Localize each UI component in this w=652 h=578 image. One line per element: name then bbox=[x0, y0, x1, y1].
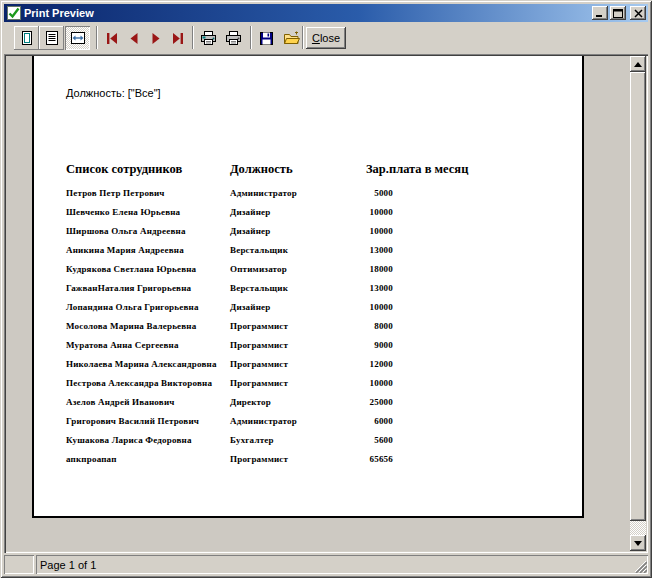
cell-employee-name: Лопандина Ольга Григорьевна bbox=[66, 302, 199, 312]
cell-position: Администратор bbox=[230, 416, 297, 426]
cell-employee-name: Пестрова Александра Викторовна bbox=[66, 378, 212, 388]
cell-position: Директор bbox=[230, 397, 271, 407]
cell-salary: 13000 bbox=[323, 245, 393, 255]
close-preview-label: Close bbox=[312, 32, 340, 44]
cell-salary: 13000 bbox=[323, 283, 393, 293]
status-bar: Page 1 of 1 bbox=[4, 555, 648, 574]
page-info-text: Page 1 of 1 bbox=[40, 559, 96, 571]
report-row: Мосолова Марина Валерьевна Программист 8… bbox=[34, 318, 582, 337]
cell-salary: 5000 bbox=[323, 188, 393, 198]
cell-position: Бухгалтер bbox=[230, 435, 274, 445]
cell-employee-name: Шевченко Елена Юрьевна bbox=[66, 207, 180, 217]
cell-position: Дизайнер bbox=[230, 226, 270, 236]
report-row: Пестрова Александра Викторовна Программи… bbox=[34, 375, 582, 394]
first-page-icon bbox=[105, 32, 119, 45]
cell-employee-name: Кудрякова Светлана Юрьевна bbox=[66, 264, 196, 274]
report-row: Азелов Андрей Иванович Директор 25000 bbox=[34, 394, 582, 413]
prior-page-button[interactable] bbox=[123, 26, 145, 50]
minimize-icon bbox=[595, 9, 605, 18]
toolbar-separator bbox=[192, 26, 194, 49]
toolbar-separator bbox=[250, 26, 252, 49]
report-row: апкпроапап Программист 65656 bbox=[34, 451, 582, 470]
cell-position: Верстальщик bbox=[230, 245, 288, 255]
print-preview-window: Print Preview bbox=[0, 0, 652, 578]
print-button[interactable] bbox=[221, 26, 246, 50]
last-page-icon bbox=[171, 32, 185, 45]
cell-employee-name: Азелов Андрей Иванович bbox=[66, 397, 175, 407]
report-row: Кудрякова Светлана Юрьевна Оптимизатор 1… bbox=[34, 261, 582, 280]
report-row: Кушакова Лариса Федоровна Бухгалтер 5600 bbox=[34, 432, 582, 451]
close-preview-button[interactable]: Close bbox=[306, 27, 346, 49]
report-row: Лопандина Ольга Григорьевна Дизайнер 100… bbox=[34, 299, 582, 318]
report-header-row: Список сотрудников Должность Зар.плата в… bbox=[34, 162, 582, 178]
print-icon bbox=[225, 30, 242, 46]
cell-salary: 12000 bbox=[323, 359, 393, 369]
cell-position: Программист bbox=[230, 359, 288, 369]
cell-salary: 9000 bbox=[323, 340, 393, 350]
report-row: Григорович Василий Петрович Администрато… bbox=[34, 413, 582, 432]
cell-position: Программист bbox=[230, 378, 288, 388]
next-page-icon bbox=[149, 32, 163, 45]
cell-position: Программист bbox=[230, 454, 288, 464]
scroll-up-icon bbox=[634, 62, 642, 67]
cell-position: Оптимизатор bbox=[230, 264, 287, 274]
cell-employee-name: Аникина Мария Андреевна bbox=[66, 245, 184, 255]
cell-employee-name: Кушакова Лариса Федоровна bbox=[66, 435, 192, 445]
scroll-up-button[interactable] bbox=[630, 56, 646, 72]
minimize-button[interactable] bbox=[592, 6, 608, 20]
scrollbar-thumb[interactable] bbox=[630, 72, 646, 521]
title-bar[interactable]: Print Preview bbox=[4, 4, 648, 22]
status-panel-empty bbox=[4, 555, 34, 574]
resize-grip[interactable] bbox=[634, 560, 647, 573]
cell-position: Администратор bbox=[230, 188, 297, 198]
maximize-button[interactable] bbox=[610, 6, 626, 20]
cell-salary: 25000 bbox=[323, 397, 393, 407]
save-report-icon bbox=[259, 31, 274, 46]
next-page-button[interactable] bbox=[145, 26, 167, 50]
cell-salary: 65656 bbox=[323, 454, 393, 464]
prior-page-icon bbox=[127, 32, 141, 45]
cell-salary: 10000 bbox=[323, 378, 393, 388]
cell-salary: 5600 bbox=[323, 435, 393, 445]
save-report-button[interactable] bbox=[254, 26, 278, 50]
report-row: Петров Петр Петрович Администратор 5000 bbox=[34, 185, 582, 204]
zoom-page-width-button[interactable] bbox=[65, 26, 90, 50]
window-title: Print Preview bbox=[24, 7, 590, 19]
first-page-button[interactable] bbox=[101, 26, 123, 50]
open-report-button[interactable] bbox=[279, 26, 303, 50]
last-page-button[interactable] bbox=[167, 26, 189, 50]
cell-salary: 8000 bbox=[323, 321, 393, 331]
scroll-down-button[interactable] bbox=[630, 535, 646, 551]
toolbar: Close bbox=[4, 24, 648, 52]
report-page: Должность: ["Все"] Список сотрудников До… bbox=[32, 56, 584, 518]
column-header-position: Должность bbox=[230, 162, 293, 177]
zoom-whole-page-button[interactable] bbox=[14, 26, 39, 50]
report-row: Аникина Мария Андреевна Верстальщик 1300… bbox=[34, 242, 582, 261]
close-icon bbox=[634, 9, 643, 18]
cell-position: Дизайнер bbox=[230, 302, 270, 312]
open-report-icon bbox=[283, 31, 300, 46]
status-panel-page: Page 1 of 1 bbox=[36, 555, 648, 574]
zoom-100-button[interactable] bbox=[39, 26, 64, 50]
cell-employee-name: апкпроапап bbox=[66, 454, 117, 464]
preview-pane: Должность: ["Все"] Список сотрудников До… bbox=[4, 54, 648, 553]
cell-salary: 10000 bbox=[323, 207, 393, 217]
cell-position: Программист bbox=[230, 321, 288, 331]
app-icon bbox=[7, 6, 21, 20]
cell-position: Верстальщик bbox=[230, 283, 288, 293]
print-setup-button[interactable] bbox=[196, 26, 221, 50]
cell-employee-name: Муратова Анна Сергеевна bbox=[66, 340, 179, 350]
cell-employee-name: Ширшова Ольга Андреевна bbox=[66, 226, 186, 236]
close-window-button[interactable] bbox=[630, 6, 646, 20]
cell-salary: 10000 bbox=[323, 302, 393, 312]
report-filter-line: Должность: ["Все"] bbox=[66, 87, 161, 99]
report-row: Шевченко Елена Юрьевна Дизайнер 10000 bbox=[34, 204, 582, 223]
maximize-icon bbox=[613, 9, 623, 18]
toolbar-separator bbox=[302, 26, 304, 49]
report-row: Ширшова Ольга Андреевна Дизайнер 10000 bbox=[34, 223, 582, 242]
cell-employee-name: ГажванНаталия Григорьевна bbox=[66, 283, 191, 293]
cell-position: Программист bbox=[230, 340, 288, 350]
vertical-scrollbar[interactable] bbox=[630, 56, 646, 551]
cell-employee-name: Мосолова Марина Валерьевна bbox=[66, 321, 196, 331]
cell-employee-name: Григорович Василий Петрович bbox=[66, 416, 199, 426]
